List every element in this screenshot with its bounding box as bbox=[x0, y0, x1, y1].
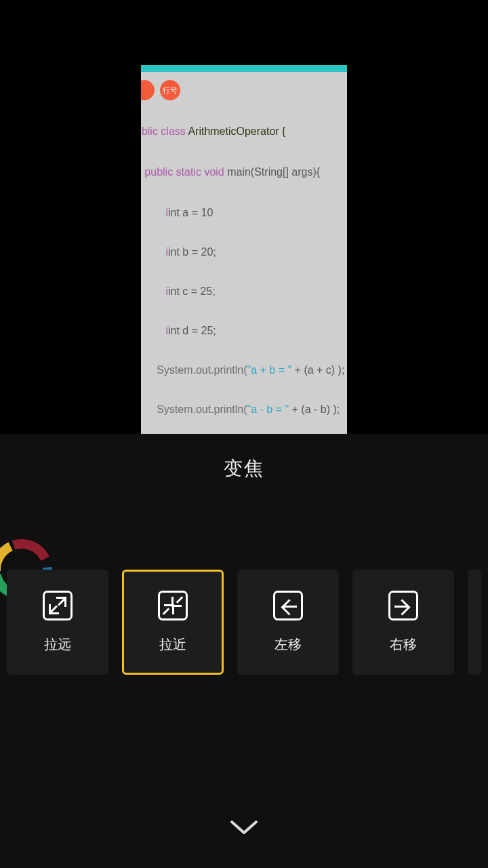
option-move-right[interactable]: 右移 bbox=[352, 570, 454, 675]
zoom-panel: 变焦 拉远 拉近 bbox=[0, 434, 488, 868]
option-zoom-in-label: 拉近 bbox=[159, 635, 186, 654]
zoom-options-row[interactable]: 拉远 拉近 左移 右移 bbox=[7, 570, 488, 675]
option-next-hidden[interactable] bbox=[468, 570, 481, 675]
expand-icon bbox=[43, 591, 73, 620]
preview-badge-1 bbox=[141, 80, 155, 100]
option-move-right-label: 右移 bbox=[390, 635, 417, 654]
arrow-right-icon bbox=[388, 591, 418, 620]
preview-code: ublic class ArithmeticOperator { public … bbox=[141, 115, 347, 434]
arrow-left-icon bbox=[273, 591, 303, 620]
panel-title: 变焦 bbox=[0, 456, 488, 481]
option-move-left-label: 左移 bbox=[274, 635, 302, 654]
option-zoom-out-label: 拉远 bbox=[44, 635, 71, 654]
video-preview[interactable]: 行号 ublic class ArithmeticOperator { publ… bbox=[141, 65, 347, 434]
confirm-button[interactable] bbox=[228, 815, 260, 837]
option-zoom-out[interactable]: 拉远 bbox=[7, 570, 108, 675]
preview-top-bar bbox=[141, 65, 347, 72]
preview-badge-2: 行号 bbox=[160, 80, 180, 100]
option-move-left[interactable]: 左移 bbox=[237, 570, 339, 675]
option-zoom-in[interactable]: 拉近 bbox=[122, 570, 224, 675]
contract-icon bbox=[158, 591, 188, 620]
